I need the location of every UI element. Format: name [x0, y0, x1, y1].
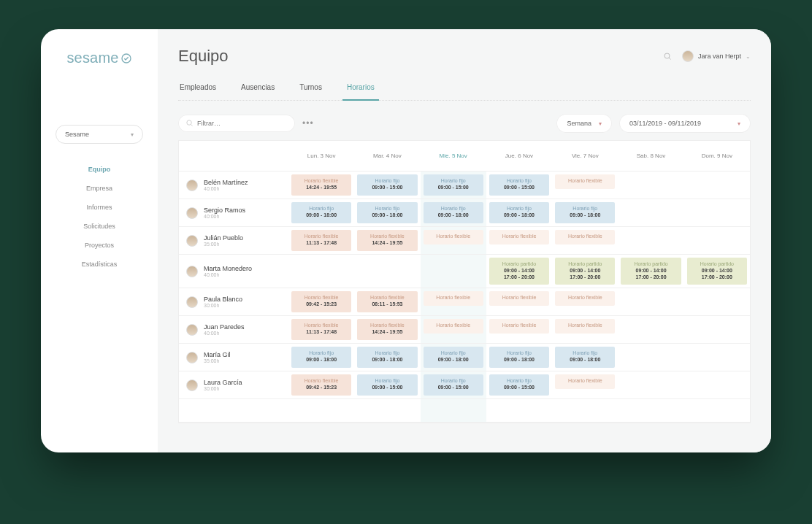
- schedule-cell[interactable]: [618, 371, 683, 399]
- schedule-cell[interactable]: [288, 255, 354, 288]
- shift-block[interactable]: Horario flexible09:42 - 15:23: [291, 291, 351, 312]
- schedule-cell[interactable]: Horario fijo09:00 - 18:00: [421, 199, 486, 227]
- shift-block[interactable]: Horario partido09:00 - 14:0017:00 - 20:0…: [621, 258, 681, 285]
- shift-block[interactable]: Horario flexible09:42 - 15:23: [291, 374, 351, 396]
- shift-block[interactable]: Horario partido09:00 - 14:0017:00 - 20:0…: [687, 258, 747, 285]
- schedule-cell[interactable]: Horario fijo09:00 - 18:00: [288, 199, 354, 227]
- shift-block[interactable]: Horario fijo09:00 - 18:00: [555, 202, 615, 223]
- schedule-cell[interactable]: [684, 172, 750, 199]
- schedule-cell[interactable]: Horario fijo09:00 - 18:00: [421, 344, 486, 371]
- shift-block[interactable]: Horario fijo09:00 - 18:00: [291, 202, 351, 223]
- shift-block[interactable]: Horario flexible: [555, 230, 615, 244]
- schedule-cell[interactable]: [684, 199, 750, 227]
- schedule-cell[interactable]: Horario flexible: [486, 227, 552, 255]
- schedule-cell[interactable]: [618, 199, 683, 227]
- shift-block[interactable]: Horario flexible: [555, 174, 615, 189]
- shift-block[interactable]: Horario fijo09:00 - 15:00: [489, 374, 549, 396]
- schedule-cell[interactable]: Horario flexible09:42 - 15:23: [288, 371, 354, 399]
- shift-block[interactable]: Horario fijo09:00 - 18:00: [357, 202, 417, 223]
- schedule-cell[interactable]: [684, 371, 750, 399]
- shift-block[interactable]: Horario flexible11:13 - 17:48: [291, 230, 351, 251]
- schedule-cell[interactable]: Horario fijo09:00 - 15:00: [354, 371, 420, 399]
- schedule-cell[interactable]: Horario fijo09:00 - 15:00: [354, 172, 420, 199]
- schedule-cell[interactable]: Horario fijo09:00 - 18:00: [288, 344, 354, 371]
- schedule-cell[interactable]: Horario flexible: [486, 316, 552, 344]
- shift-block[interactable]: Horario fijo09:00 - 15:00: [357, 374, 417, 396]
- schedule-cell[interactable]: Horario fijo09:00 - 18:00: [552, 199, 618, 227]
- shift-block[interactable]: Horario fijo09:00 - 18:00: [489, 202, 549, 223]
- shift-block[interactable]: Horario flexible14:24 - 19:55: [291, 174, 351, 196]
- schedule-cell[interactable]: Horario flexible: [552, 172, 618, 199]
- schedule-cell[interactable]: [684, 288, 750, 316]
- schedule-cell[interactable]: Horario flexible: [421, 316, 486, 344]
- schedule-cell[interactable]: Horario flexible14:24 - 19:55: [354, 227, 420, 255]
- shift-block[interactable]: Horario partido09:00 - 14:0017:00 - 20:0…: [555, 258, 615, 285]
- shift-block[interactable]: Horario fijo09:00 - 15:00: [357, 174, 417, 196]
- schedule-cell[interactable]: Horario fijo09:00 - 18:00: [354, 344, 420, 371]
- shift-block[interactable]: Horario flexible08:11 - 15:53: [357, 291, 417, 312]
- tab-turnos[interactable]: Turnos: [298, 76, 323, 100]
- schedule-cell[interactable]: Horario flexible14:24 - 19:55: [288, 172, 354, 199]
- org-select[interactable]: Sesame ▾: [55, 125, 143, 144]
- schedule-cell[interactable]: Horario flexible11:13 - 17:48: [288, 316, 354, 344]
- schedule-cell[interactable]: [684, 316, 750, 344]
- shift-block[interactable]: Horario flexible: [555, 374, 615, 389]
- schedule-cell[interactable]: Horario fijo09:00 - 15:00: [486, 172, 552, 199]
- shift-block[interactable]: Horario flexible: [489, 230, 549, 244]
- view-select[interactable]: Semana ▾: [556, 114, 612, 133]
- date-range-select[interactable]: 03/11/2019 - 09/11/2019 ▾: [619, 114, 751, 133]
- schedule-cell[interactable]: Horario fijo09:00 - 18:00: [354, 199, 420, 227]
- shift-block[interactable]: Horario fijo09:00 - 15:00: [489, 174, 549, 196]
- schedule-cell[interactable]: Horario fijo09:00 - 15:00: [486, 371, 552, 399]
- shift-block[interactable]: Horario flexible: [489, 319, 549, 334]
- shift-block[interactable]: Horario flexible: [555, 319, 615, 334]
- shift-block[interactable]: Horario flexible11:13 - 17:48: [291, 319, 351, 340]
- sidebar-item-equipo[interactable]: Equipo: [88, 166, 111, 173]
- shift-block[interactable]: Horario flexible: [424, 230, 483, 244]
- filter-input[interactable]: [178, 115, 295, 132]
- schedule-cell[interactable]: [618, 288, 683, 316]
- tab-horarios[interactable]: Horarios: [345, 76, 376, 100]
- schedule-cell[interactable]: Horario flexible11:13 - 17:48: [288, 227, 354, 255]
- schedule-cell[interactable]: Horario partido09:00 - 14:0017:00 - 20:0…: [684, 255, 750, 288]
- schedule-cell[interactable]: [684, 227, 750, 255]
- schedule-cell[interactable]: Horario partido09:00 - 14:0017:00 - 20:0…: [618, 255, 683, 288]
- schedule-cell[interactable]: Horario partido09:00 - 14:0017:00 - 20:0…: [552, 255, 618, 288]
- schedule-cell[interactable]: Horario fijo09:00 - 15:00: [421, 172, 486, 199]
- shift-block[interactable]: Horario fijo09:00 - 15:00: [424, 374, 483, 396]
- schedule-cell[interactable]: [684, 344, 750, 371]
- shift-block[interactable]: Horario fijo09:00 - 18:00: [489, 347, 549, 368]
- schedule-cell[interactable]: Horario flexible09:42 - 15:23: [288, 288, 354, 316]
- schedule-cell[interactable]: [421, 255, 486, 288]
- schedule-cell[interactable]: [618, 227, 683, 255]
- sidebar-item-informes[interactable]: Informes: [86, 204, 112, 211]
- schedule-cell[interactable]: [618, 316, 683, 344]
- schedule-cell[interactable]: Horario flexible: [552, 227, 618, 255]
- schedule-cell[interactable]: Horario fijo09:00 - 15:00: [421, 371, 486, 399]
- schedule-cell[interactable]: Horario flexible14:24 - 19:55: [354, 316, 420, 344]
- shift-block[interactable]: Horario flexible: [555, 291, 615, 306]
- shift-block[interactable]: Horario flexible14:24 - 19:55: [357, 230, 417, 251]
- shift-block[interactable]: Horario partido09:00 - 14:0017:00 - 20:0…: [489, 258, 549, 285]
- shift-block[interactable]: Horario flexible14:24 - 19:55: [357, 319, 417, 340]
- schedule-cell[interactable]: Horario flexible: [552, 288, 618, 316]
- shift-block[interactable]: Horario fijo09:00 - 15:00: [424, 174, 483, 196]
- shift-block[interactable]: Horario fijo09:00 - 18:00: [291, 347, 351, 368]
- shift-block[interactable]: Horario fijo09:00 - 18:00: [555, 347, 615, 368]
- schedule-cell[interactable]: Horario flexible08:11 - 15:53: [354, 288, 420, 316]
- schedule-cell[interactable]: [618, 344, 683, 371]
- schedule-cell[interactable]: Horario flexible: [486, 288, 552, 316]
- shift-block[interactable]: Horario fijo09:00 - 18:00: [357, 347, 417, 368]
- shift-block[interactable]: Horario flexible: [424, 319, 483, 334]
- shift-block[interactable]: Horario fijo09:00 - 18:00: [424, 347, 483, 368]
- schedule-cell[interactable]: Horario flexible: [421, 288, 486, 316]
- schedule-cell[interactable]: Horario flexible: [421, 227, 486, 255]
- shift-block[interactable]: Horario flexible: [489, 291, 549, 306]
- schedule-cell[interactable]: [354, 255, 420, 288]
- schedule-cell[interactable]: Horario fijo09:00 - 18:00: [486, 199, 552, 227]
- sidebar-item-proyectos[interactable]: Proyectos: [85, 242, 114, 249]
- sidebar-item-estadísticas[interactable]: Estadísticas: [82, 261, 118, 268]
- shift-block[interactable]: Horario fijo09:00 - 18:00: [424, 202, 483, 223]
- user-menu[interactable]: Jara van Herpt ⌄: [682, 50, 751, 62]
- sidebar-item-solicitudes[interactable]: Solicitudes: [83, 223, 115, 230]
